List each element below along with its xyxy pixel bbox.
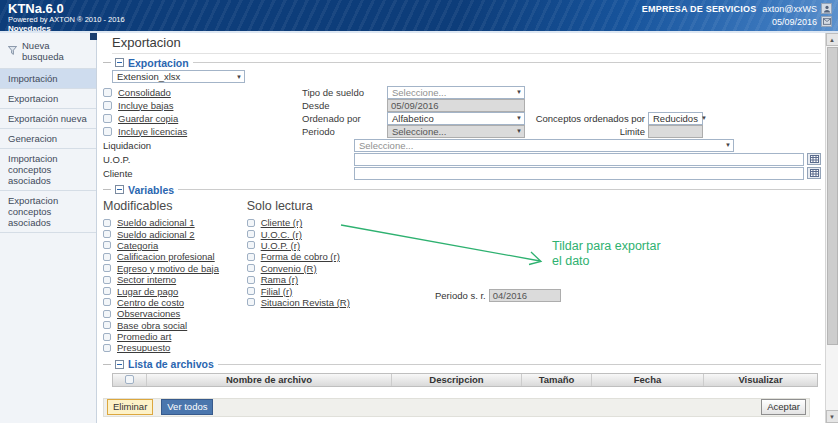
checkbox[interactable] bbox=[103, 298, 111, 306]
column-header-visualizar: Visualizar bbox=[704, 374, 817, 386]
legend-rule bbox=[193, 62, 821, 63]
sidebar-item-importacion-conceptos[interactable]: Importacion conceptos asociados bbox=[0, 149, 96, 191]
guardar-copia-checkbox[interactable] bbox=[103, 114, 112, 123]
variable-link[interactable]: Cliente (r) bbox=[261, 217, 303, 228]
variables-legend-row: Variables bbox=[103, 184, 821, 195]
checkbox[interactable] bbox=[103, 287, 111, 295]
mail-icon[interactable] bbox=[821, 16, 832, 27]
sidebar-search[interactable]: Nueva busqueda bbox=[0, 36, 96, 69]
variable-link[interactable]: Observaciones bbox=[117, 308, 180, 319]
ver-todos-button[interactable]: Ver todos bbox=[161, 399, 213, 415]
scroll-down-icon[interactable]: ▼ bbox=[826, 410, 838, 423]
form-row: Incluye licencias Periodo Seleccione... … bbox=[103, 125, 821, 137]
periodo-sr-input[interactable]: 04/2016 bbox=[489, 289, 561, 302]
checkbox[interactable] bbox=[247, 230, 255, 238]
cliente-label: Cliente bbox=[103, 168, 354, 179]
list-item: Observaciones bbox=[103, 308, 244, 319]
variable-link[interactable]: Presupuesto bbox=[117, 342, 170, 353]
ordenado-por-label: Ordenado por bbox=[302, 113, 387, 124]
scrollbar-thumb[interactable] bbox=[827, 47, 838, 345]
variable-link[interactable]: Promedio art bbox=[117, 331, 171, 342]
variable-link[interactable]: Rama (r) bbox=[261, 274, 298, 285]
sidebar-item-exportacion[interactable]: Exportacion bbox=[0, 89, 96, 109]
files-legend-row: Lista de archivos bbox=[103, 359, 821, 370]
checkbox[interactable] bbox=[247, 298, 255, 306]
variable-link[interactable]: Forma de cobro (r) bbox=[261, 251, 340, 262]
header-left: KTNa.6.0 Powered by AXTON ® 2010 - 2016 … bbox=[8, 2, 125, 31]
conceptos-ordenados-select[interactable]: Reducidos ▼ bbox=[648, 112, 703, 125]
limite-input[interactable] bbox=[648, 125, 703, 138]
variable-link[interactable]: Sueldo adicional 1 bbox=[117, 217, 195, 228]
checkbox[interactable] bbox=[103, 253, 111, 261]
checkbox[interactable] bbox=[247, 241, 255, 249]
variable-link[interactable]: Base obra social bbox=[117, 320, 187, 331]
checkbox[interactable] bbox=[103, 333, 111, 341]
cliente-input[interactable] bbox=[354, 167, 804, 180]
select-all-checkbox[interactable] bbox=[125, 375, 134, 384]
header-right: EMPRESA DE SERVICIOS axton@xxWS 05/09/20… bbox=[642, 2, 832, 31]
checkbox[interactable] bbox=[103, 230, 111, 238]
sidebar-item-exportacion-nueva[interactable]: Exportación nueva bbox=[0, 109, 96, 129]
consolidado-checkbox[interactable] bbox=[103, 88, 112, 97]
list-item: Calificacion profesional bbox=[103, 251, 244, 262]
checkbox[interactable] bbox=[103, 344, 111, 352]
variable-link[interactable]: Calificacion profesional bbox=[117, 251, 215, 262]
incluye-licencias-link[interactable]: Incluye licencias bbox=[118, 126, 302, 137]
variable-link[interactable]: Egreso y motivo de baja bbox=[117, 263, 219, 274]
cliente-lookup-button[interactable] bbox=[807, 167, 821, 179]
variable-link[interactable]: Centro de costo bbox=[117, 297, 184, 308]
variable-link[interactable]: U.O.P. (r) bbox=[261, 240, 300, 251]
uop-input[interactable] bbox=[354, 153, 804, 166]
vertical-scrollbar[interactable]: ▲ ▼ bbox=[825, 33, 838, 423]
checkbox[interactable] bbox=[247, 287, 255, 295]
checkbox[interactable] bbox=[247, 264, 255, 272]
guardar-copia-link[interactable]: Guardar copia bbox=[118, 113, 302, 124]
variable-link[interactable]: Lugar de pago bbox=[117, 286, 178, 297]
sidebar-item-exportacion-conceptos[interactable]: Exportacion conceptos asociados bbox=[0, 191, 96, 233]
variable-link[interactable]: Categoria bbox=[117, 240, 158, 251]
checkbox[interactable] bbox=[103, 321, 111, 329]
sidebar-item-generacion[interactable]: Generacion bbox=[0, 129, 96, 149]
incluye-licencias-checkbox[interactable] bbox=[103, 127, 112, 136]
incluye-bajas-checkbox[interactable] bbox=[103, 101, 112, 110]
desde-input[interactable]: 05/09/2016 bbox=[387, 99, 525, 112]
collapse-icon[interactable] bbox=[115, 360, 124, 369]
checkbox[interactable] bbox=[103, 241, 111, 249]
uop-lookup-button[interactable] bbox=[807, 153, 821, 165]
checkbox[interactable] bbox=[103, 310, 111, 318]
periodo-value: Seleccione... bbox=[392, 126, 446, 137]
checkbox[interactable] bbox=[247, 219, 255, 227]
sidebar-collapse-handle[interactable] bbox=[90, 33, 97, 40]
variable-link[interactable]: Filial (r) bbox=[261, 286, 293, 297]
sidebar-item-importacion[interactable]: Importación bbox=[0, 69, 96, 89]
checkbox[interactable] bbox=[103, 219, 111, 227]
extension-select[interactable]: Extension_xlsx ▼ bbox=[112, 70, 245, 83]
variable-link[interactable]: Convenio (R) bbox=[261, 263, 317, 274]
variable-link[interactable]: Sueldo adicional 2 bbox=[117, 229, 195, 240]
list-item: Base obra social bbox=[103, 320, 244, 331]
variable-link[interactable]: Sector interno bbox=[117, 274, 176, 285]
incluye-bajas-link[interactable]: Incluye bajas bbox=[118, 100, 302, 111]
variable-link[interactable]: U.O.C. (r) bbox=[261, 229, 302, 240]
user-icon[interactable] bbox=[821, 3, 832, 14]
form-row: Guardar copia Ordenado por Alfabetico ▼ … bbox=[103, 112, 821, 124]
checkbox[interactable] bbox=[103, 264, 111, 272]
checkbox[interactable] bbox=[247, 276, 255, 284]
aceptar-button[interactable]: Aceptar bbox=[761, 399, 806, 415]
scroll-up-icon[interactable]: ▲ bbox=[826, 33, 838, 46]
collapse-icon[interactable] bbox=[115, 58, 124, 67]
consolidado-link[interactable]: Consolidado bbox=[118, 87, 302, 98]
files-legend: Lista de archivos bbox=[128, 358, 214, 370]
collapse-icon[interactable] bbox=[115, 185, 124, 194]
form-row: U.O.P. bbox=[103, 152, 821, 166]
modificables-column: Modificables Sueldo adicional 1 Sueldo a… bbox=[103, 197, 244, 354]
conceptos-ordenados-label: Conceptos ordenados por bbox=[536, 113, 645, 124]
checkbox[interactable] bbox=[103, 276, 111, 284]
eliminar-button[interactable]: Eliminar bbox=[107, 399, 153, 415]
tipo-sueldo-select[interactable]: Seleccione... ▼ bbox=[387, 86, 525, 99]
variable-link[interactable]: Situacion Revista (R) bbox=[261, 297, 350, 308]
liquidacion-select[interactable]: Seleccione... ▼ bbox=[354, 139, 734, 152]
conceptos-ordenados-value: Reducidos bbox=[653, 113, 698, 124]
extension-select-value: Extension_xlsx bbox=[117, 71, 180, 82]
checkbox[interactable] bbox=[247, 253, 255, 261]
